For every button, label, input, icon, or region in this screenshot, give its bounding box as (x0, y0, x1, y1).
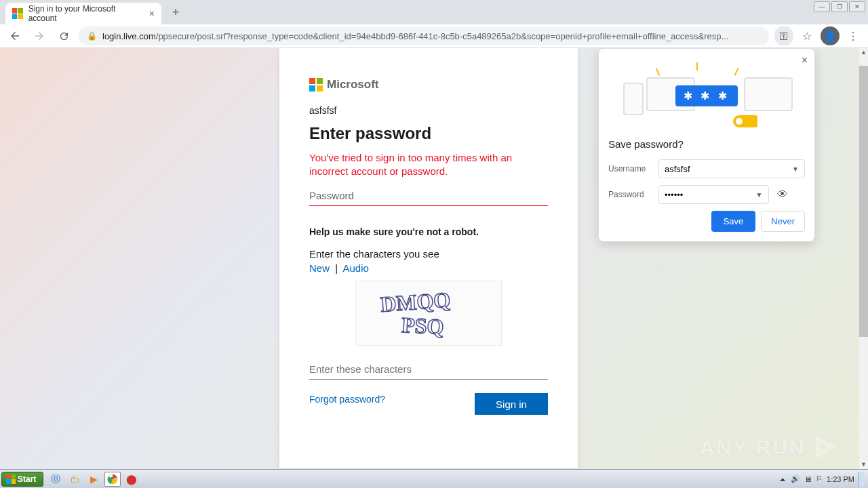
browser-toolbar: 🔒 login.live.com/ppsecure/post.srf?respo… (0, 24, 868, 48)
laptop-icon (744, 77, 793, 111)
arrow-left-icon (9, 30, 21, 42)
captcha-image: DMQQ PSQ (355, 281, 502, 346)
captcha-text-top: DMQQ (380, 287, 451, 317)
ie-icon[interactable]: ⓔ (47, 472, 64, 487)
never-button[interactable]: Never (761, 211, 805, 232)
browser-tab[interactable]: Sign in to your Microsoft account × (5, 3, 161, 24)
password-key-icon[interactable]: ⚿ (774, 26, 793, 45)
taskbar: Start ⓔ 🗀 ▶ ⬤ ⏶ 🔊 🖥 ⚐ 1:23 PM (0, 469, 868, 488)
save-password-title: Save password? (608, 138, 805, 150)
url-path: /ppsecure/post.srf?response_type=code&cl… (156, 31, 729, 41)
address-bar[interactable]: 🔒 login.live.com/ppsecure/post.srf?respo… (79, 26, 769, 45)
opera-icon[interactable]: ⬤ (123, 472, 140, 487)
spark-icon (656, 68, 660, 76)
window-controls: — ❐ ✕ (814, 1, 865, 12)
taskbar-items: ⓔ 🗀 ▶ ⬤ (47, 472, 140, 487)
key-icon (733, 115, 757, 127)
save-password-illustration: ✱ ✱ ✱ (608, 58, 805, 133)
scrollbar-thumb[interactable] (859, 66, 868, 337)
maximize-button[interactable]: ❐ (831, 1, 848, 12)
username-label: Username (608, 164, 650, 174)
reload-button[interactable] (54, 26, 73, 45)
browser-menu-button[interactable]: ⋮ (844, 26, 863, 45)
network-icon[interactable]: 🖥 (804, 475, 812, 483)
tab-title: Sign in to your Microsoft account (28, 4, 144, 23)
flag-icon[interactable]: ⚐ (816, 474, 823, 483)
save-password-popup: × ✱ ✱ ✱ Save password? Username asfsfsf … (598, 48, 815, 242)
phone-icon (623, 83, 644, 115)
save-password-actions: Save Never (608, 211, 805, 232)
close-window-button[interactable]: ✕ (849, 1, 865, 12)
reload-icon (58, 30, 70, 42)
page-viewport: Microsoft asfsfsf Enter password You've … (0, 48, 859, 469)
minimize-button[interactable]: — (814, 1, 830, 12)
start-label: Start (18, 474, 36, 484)
username-row: Username asfsfsf ▼ (608, 159, 805, 178)
arrow-right-icon (33, 30, 45, 42)
explorer-icon[interactable]: 🗀 (66, 472, 83, 487)
captcha-text-bot: PSQ (401, 312, 444, 339)
toolbar-right-icons: ⚿ ☆ 👤 ⋮ (774, 26, 863, 45)
captcha-audio-link[interactable]: Audio (342, 262, 368, 274)
chevron-down-icon: ▼ (792, 165, 799, 173)
spark-icon (696, 62, 698, 70)
microsoft-logo: Microsoft (309, 78, 548, 92)
scroll-down-icon[interactable]: ▼ (859, 460, 868, 469)
username-value: asfsfsf (665, 164, 690, 174)
microsoft-favicon-icon (12, 8, 23, 19)
forgot-password-link[interactable]: Forgot password? (309, 394, 385, 405)
windows-flag-icon (6, 474, 16, 484)
media-icon[interactable]: ▶ (85, 472, 102, 487)
tray-expand-icon[interactable]: ⏶ (779, 475, 787, 483)
robot-heading: Help us make sure you're not a robot. (309, 226, 548, 237)
password-value: •••••• (665, 190, 683, 200)
password-stars-icon: ✱ ✱ ✱ (675, 85, 738, 106)
signin-button[interactable]: Sign in (475, 393, 548, 415)
watermark-text: ANY RUN (700, 436, 806, 459)
avatar-icon: 👤 (821, 26, 840, 45)
save-button[interactable]: Save (711, 211, 756, 232)
start-button[interactable]: Start (1, 472, 43, 487)
identity-text: asfsfsf (309, 105, 548, 116)
password-input[interactable] (309, 186, 548, 206)
scroll-up-icon[interactable]: ▲ (859, 48, 868, 57)
url-domain: login.live.com (102, 31, 156, 41)
captcha-links: New | Audio (309, 262, 548, 274)
captcha-sep: | (335, 262, 338, 274)
profile-avatar[interactable]: 👤 (821, 26, 840, 45)
show-password-icon[interactable]: 👁 (777, 188, 788, 201)
show-desktop-button[interactable] (859, 472, 864, 487)
browser-chrome: — ❐ ✕ Sign in to your Microsoft account … (0, 0, 868, 48)
tab-strip: Sign in to your Microsoft account × + (0, 0, 868, 24)
captcha-instruction: Enter the characters you see (309, 248, 548, 260)
play-icon (812, 434, 839, 461)
new-tab-button[interactable]: + (165, 5, 186, 20)
volume-icon[interactable]: 🔊 (791, 474, 800, 483)
password-field[interactable]: •••••• ▼ (658, 185, 769, 204)
clock[interactable]: 1:23 PM (827, 475, 854, 483)
login-card: Microsoft asfsfsf Enter password You've … (279, 48, 578, 468)
bookmark-star-icon[interactable]: ☆ (797, 26, 816, 45)
tab-close-icon[interactable]: × (149, 8, 155, 19)
page-heading: Enter password (309, 124, 548, 143)
back-button[interactable] (5, 26, 24, 45)
password-row: Password •••••• ▼ 👁 (608, 185, 805, 204)
chrome-taskbar-icon[interactable] (104, 472, 121, 487)
forward-button[interactable] (30, 26, 49, 45)
captcha-input[interactable] (309, 359, 548, 380)
lock-icon: 🔒 (87, 31, 97, 41)
chevron-down-icon: ▼ (756, 191, 763, 199)
spark-icon (734, 68, 739, 76)
system-tray: ⏶ 🔊 🖥 ⚐ 1:23 PM (779, 472, 867, 487)
vertical-scrollbar[interactable]: ▲ ▼ (859, 48, 868, 469)
password-label: Password (608, 190, 650, 199)
captcha-new-link[interactable]: New (309, 262, 330, 274)
username-field[interactable]: asfsfsf ▼ (658, 159, 805, 178)
microsoft-logo-text: Microsoft (327, 78, 379, 92)
microsoft-logo-icon (309, 78, 323, 92)
watermark: ANY RUN (700, 434, 839, 461)
error-message: You've tried to sign in too many times w… (309, 151, 548, 178)
